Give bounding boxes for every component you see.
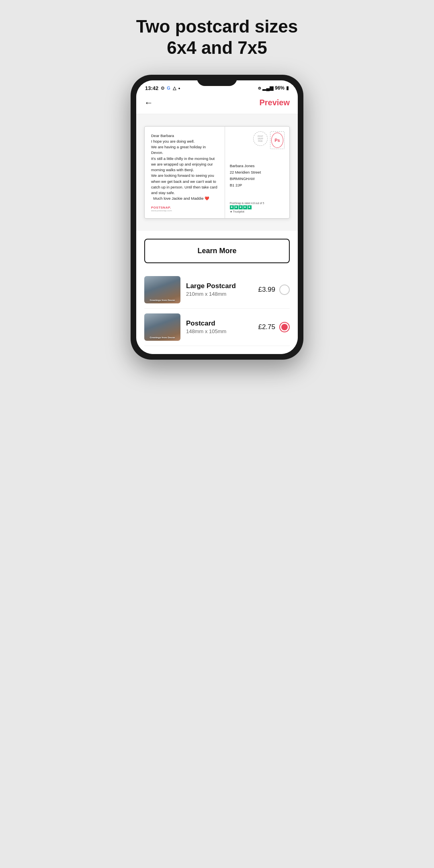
postcard-brand-url: www.postsnap.com <box>151 209 218 212</box>
trustpilot-text: PostSnap is rated 4.8 out of 5 <box>230 202 285 205</box>
address-street: 22 Meridien Street <box>230 169 285 176</box>
bottom-section: Learn More Greetings from Devon Large Po… <box>136 231 298 354</box>
product-size-standard: 148mm x 105mm <box>186 328 252 334</box>
product-item-large: Greetings from Devon Large Postcard 210m… <box>144 271 290 309</box>
product-info-large: Large Postcard 210mm x 148mm <box>186 282 252 297</box>
product-price-area-large: £3.99 <box>258 285 290 295</box>
thumbnail-caption-large: Greetings from Devon <box>149 299 175 301</box>
chrome-icon: ⊙ <box>161 86 164 91</box>
postmark: POSTSNAPPAID <box>253 131 268 146</box>
product-price-standard: £2.75 <box>258 323 275 331</box>
page-wrapper: Two postcard sizes 6x4 and 7x5 13:42 ⊙ G… <box>108 0 326 360</box>
stamp-area: POSTSNAPPAID Ps <box>230 131 285 149</box>
stamp-inner: Ps <box>271 133 283 148</box>
stamp: Ps <box>270 131 285 149</box>
address-block: Barbara Jones 22 Meridien Street BIRMING… <box>230 163 285 189</box>
preview-label: Preview <box>259 98 290 107</box>
back-button[interactable]: ← <box>144 98 153 108</box>
trustpilot-area: PostSnap is rated 4.8 out of 5 ★ Trustpi… <box>230 202 285 213</box>
phone-frame: 13:42 ⊙ G △ • ⌾ ▂▄▆ 96% ▮ ← Preview <box>131 75 303 360</box>
thumbnail-image-large: Greetings from Devon <box>144 276 180 303</box>
star-2 <box>234 205 238 209</box>
product-thumbnail-large: Greetings from Devon <box>144 276 180 303</box>
status-left: 13:42 ⊙ G △ • <box>145 85 180 91</box>
battery-text: 96% <box>275 85 285 91</box>
trustpilot-logo: ★ Trustpilot <box>230 210 285 213</box>
star-4 <box>243 205 247 209</box>
product-item-standard: Greetings from Devon Postcard 148mm x 10… <box>144 309 290 346</box>
trustpilot-stars <box>230 205 285 209</box>
product-size-large: 210mm x 148mm <box>186 291 252 297</box>
signal-icon: ▂▄▆ <box>262 85 273 91</box>
page-headline: Two postcard sizes 6x4 and 7x5 <box>108 16 326 75</box>
wifi-icon: ⌾ <box>258 85 261 91</box>
status-time: 13:42 <box>145 85 158 91</box>
radio-button-large[interactable] <box>279 285 290 295</box>
address-city: BIRMINGHAM <box>230 176 285 182</box>
postcard: Dear Barbara I hope you are doing well. … <box>144 126 290 219</box>
maps-icon: △ <box>173 86 176 91</box>
postcard-brand: POSTSNAP. <box>151 206 218 209</box>
star-3 <box>239 205 243 209</box>
postcard-preview-area: Dear Barbara I hope you are doing well. … <box>136 114 298 231</box>
phone-notch <box>197 75 237 86</box>
star-1 <box>230 205 234 209</box>
google-icon: G <box>167 86 170 90</box>
radio-button-standard[interactable] <box>279 322 290 332</box>
star-5 <box>248 205 252 209</box>
postcard-message-side: Dear Barbara I hope you are doing well. … <box>145 127 225 218</box>
product-name-large: Large Postcard <box>186 282 252 290</box>
address-name: Barbara Jones <box>230 163 285 169</box>
thumbnail-caption-standard: Greetings from Devon <box>149 336 175 339</box>
product-thumbnail-standard: Greetings from Devon <box>144 313 180 341</box>
product-price-large: £3.99 <box>258 286 275 294</box>
address-postcode: B1 2JP <box>230 182 285 188</box>
thumbnail-image-standard: Greetings from Devon <box>144 313 180 341</box>
app-header: ← Preview <box>136 94 298 114</box>
product-info-standard: Postcard 148mm x 105mm <box>186 319 252 334</box>
status-right: ⌾ ▂▄▆ 96% ▮ <box>258 85 289 91</box>
dot-indicator: • <box>178 85 180 91</box>
product-price-area-standard: £2.75 <box>258 322 290 332</box>
learn-more-button[interactable]: Learn More <box>144 239 290 263</box>
product-name-standard: Postcard <box>186 319 252 328</box>
battery-icon: ▮ <box>286 85 289 91</box>
postcard-address-side: POSTSNAPPAID Ps Barbara Jones 22 Meridie… <box>225 127 289 218</box>
phone-screen: 13:42 ⊙ G △ • ⌾ ▂▄▆ 96% ▮ ← Preview <box>136 80 298 354</box>
postcard-message-text: Dear Barbara I hope you are doing well. … <box>151 133 218 202</box>
